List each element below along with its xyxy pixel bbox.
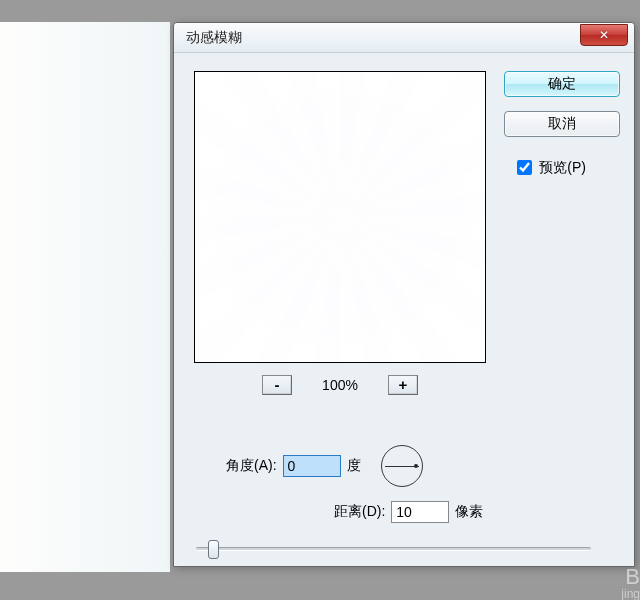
- close-button[interactable]: ✕: [580, 24, 628, 46]
- zoom-in-button[interactable]: +: [388, 375, 418, 395]
- watermark: B jing: [621, 564, 640, 600]
- distance-slider-track[interactable]: [196, 547, 591, 551]
- watermark-sub: jing: [621, 588, 640, 600]
- angle-input[interactable]: [283, 455, 341, 477]
- dialog-title: 动感模糊: [186, 29, 242, 47]
- zoom-out-button[interactable]: -: [262, 375, 292, 395]
- cancel-label: 取消: [548, 115, 576, 133]
- angle-row: 角度(A): 度: [226, 445, 423, 487]
- ok-button[interactable]: 确定: [504, 71, 620, 97]
- distance-label: 距离(D):: [334, 503, 385, 521]
- minus-icon: -: [275, 376, 280, 393]
- preview-checkbox-row[interactable]: 预览(P): [513, 157, 586, 178]
- angle-label: 角度(A):: [226, 457, 277, 475]
- ok-label: 确定: [548, 75, 576, 93]
- distance-row: 距离(D): 像素: [334, 501, 483, 523]
- cancel-button[interactable]: 取消: [504, 111, 620, 137]
- angle-unit: 度: [347, 457, 361, 475]
- preview-checkbox-label: 预览(P): [539, 159, 586, 177]
- watermark-top: B: [621, 566, 640, 588]
- zoom-value: 100%: [322, 377, 358, 393]
- dialog-body: - 100% + 确定 取消 预览(P) 角度(A): 度 距离(D): 像素: [174, 53, 634, 566]
- distance-slider-thumb[interactable]: [208, 540, 219, 559]
- preview-checkbox[interactable]: [517, 160, 532, 175]
- distance-unit: 像素: [455, 503, 483, 521]
- motion-blur-dialog: 动感模糊 ✕ - 100% + 确定 取消 预览(P) 角度(A): 度: [173, 22, 635, 567]
- angle-dial[interactable]: [381, 445, 423, 487]
- dialog-titlebar[interactable]: 动感模糊 ✕: [174, 23, 634, 53]
- zoom-controls: - 100% +: [194, 375, 486, 395]
- effect-preview[interactable]: [194, 71, 486, 363]
- distance-input[interactable]: [391, 501, 449, 523]
- canvas-background: [0, 22, 170, 572]
- plus-icon: +: [399, 376, 408, 393]
- close-icon: ✕: [599, 28, 609, 42]
